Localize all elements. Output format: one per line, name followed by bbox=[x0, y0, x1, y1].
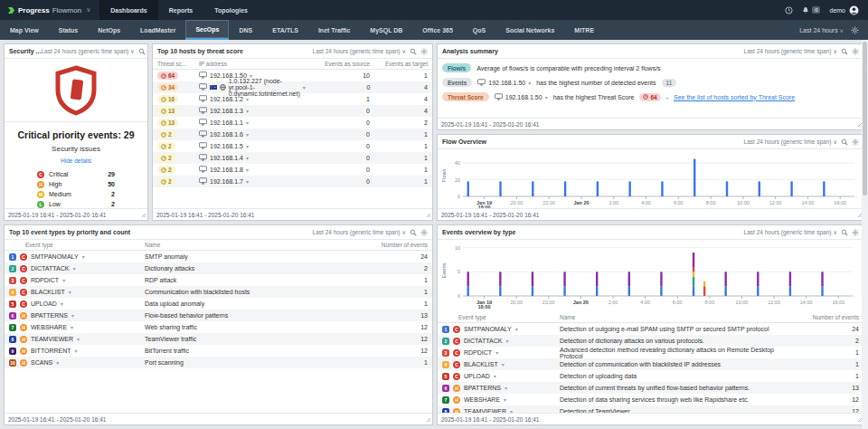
event-type-cell[interactable]: 10HSCANS▾ bbox=[9, 359, 145, 367]
top-menu-item-dashboards[interactable]: Dashboards bbox=[99, 0, 157, 20]
nav-tab-qos[interactable]: QoS bbox=[463, 20, 495, 40]
ip-address-cell[interactable]: 192.168.1.50▾ bbox=[495, 93, 548, 101]
chevron-down-icon[interactable]: ▾ bbox=[545, 94, 548, 100]
event-type-cell[interactable]: 5CUPLOAD▾ bbox=[442, 373, 560, 380]
panel-timespan-selector[interactable]: Last 24 hours (generic time span) ∨ bbox=[41, 48, 134, 55]
clock-icon[interactable] bbox=[785, 6, 793, 14]
chevron-down-icon[interactable]: ▾ bbox=[61, 300, 63, 307]
ip-address-cell[interactable]: 192.168.1.8▾ bbox=[199, 166, 305, 174]
event-type-cell[interactable]: 1CSMTPANOMALY▾ bbox=[442, 326, 560, 333]
chevron-down-icon[interactable]: ▾ bbox=[82, 253, 85, 260]
chevron-down-icon[interactable]: ▾ bbox=[69, 289, 71, 295]
chevron-down-icon[interactable]: ▾ bbox=[246, 155, 249, 161]
brand-chevron-down-icon[interactable]: ∨ bbox=[86, 6, 90, 14]
nav-tab-netops[interactable]: NetOps bbox=[88, 20, 130, 40]
nav-tab-social-networks[interactable]: Social Networks bbox=[495, 20, 564, 40]
chevron-down-icon[interactable]: ▾ bbox=[71, 312, 74, 319]
page-scrollbar[interactable] bbox=[862, 40, 868, 429]
search-icon[interactable] bbox=[841, 138, 848, 146]
panel-timespan-selector[interactable]: Last 24 hours (generic time span) ∨ bbox=[313, 48, 406, 55]
resize-handle[interactable] bbox=[141, 213, 146, 219]
chevron-down-icon[interactable]: ▾ bbox=[494, 373, 496, 379]
chevron-down-icon[interactable]: ▾ bbox=[246, 96, 249, 102]
gear-icon[interactable] bbox=[852, 229, 859, 236]
gear-icon[interactable] bbox=[852, 48, 859, 55]
event-type-cell[interactable]: 5CUPLOAD▾ bbox=[9, 300, 145, 308]
event-type-cell[interactable]: 8HTEAMVIEWER▾ bbox=[9, 336, 145, 343]
chevron-down-icon[interactable]: ▾ bbox=[56, 359, 59, 366]
chevron-down-icon[interactable]: ▾ bbox=[495, 349, 498, 356]
user-menu[interactable]: demo bbox=[829, 5, 859, 15]
gear-icon[interactable] bbox=[420, 229, 428, 236]
flow-overview-chart[interactable]: 02040FlowsJan 1918:0020:0022:00Jan 202:0… bbox=[439, 151, 860, 208]
event-type-cell[interactable]: 4CBLACKLIST▾ bbox=[9, 289, 145, 296]
nav-tab-eta-tls[interactable]: ETA/TLS bbox=[262, 20, 308, 40]
panel-timespan-selector[interactable]: Last 24 hours (generic time span) ∨ bbox=[744, 229, 837, 236]
top-menu-item-topologies[interactable]: Topologies bbox=[203, 0, 259, 20]
gear-icon[interactable] bbox=[420, 48, 428, 55]
chevron-down-icon[interactable]: ▾ bbox=[246, 167, 249, 173]
search-icon[interactable] bbox=[841, 48, 848, 55]
search-icon[interactable] bbox=[410, 48, 417, 55]
ip-address-cell[interactable]: 192.168.1.4▾ bbox=[199, 154, 305, 162]
nav-tab-inet-traffic[interactable]: Inet Traffic bbox=[308, 20, 360, 40]
search-icon[interactable] bbox=[138, 48, 146, 55]
event-type-cell[interactable]: 6HBPATTERNS▾ bbox=[442, 385, 560, 392]
chevron-down-icon[interactable]: ▾ bbox=[505, 385, 507, 391]
scrollbar-thumb[interactable] bbox=[863, 42, 867, 195]
panel-timespan-selector[interactable]: Last 24 hours (generic time span) ∨ bbox=[744, 138, 837, 146]
chevron-down-icon[interactable]: ▾ bbox=[246, 178, 249, 185]
chevron-down-icon[interactable]: ▾ bbox=[72, 265, 75, 272]
chevron-down-icon[interactable]: ▾ bbox=[71, 324, 73, 330]
hide-details-link[interactable]: Hide details bbox=[5, 157, 147, 164]
ip-address-cell[interactable]: 192.168.1.1▾ bbox=[199, 119, 305, 127]
resize-handle[interactable] bbox=[426, 417, 431, 424]
event-type-cell[interactable]: 1CSMTPANOMALY▾ bbox=[9, 253, 145, 261]
chevron-down-icon[interactable]: ▾ bbox=[504, 396, 506, 403]
chevron-down-icon[interactable]: ▾ bbox=[505, 338, 508, 344]
search-icon[interactable] bbox=[410, 229, 417, 236]
panel-timespan-selector[interactable]: Last 24 hours (generic time span) ∨ bbox=[313, 229, 406, 236]
event-type-cell[interactable]: 9HBITTORRENT▾ bbox=[9, 348, 145, 355]
ip-address-cell[interactable]: 192.168.1.7▾ bbox=[199, 177, 305, 186]
event-type-cell[interactable]: 7HWEBSHARE▾ bbox=[9, 324, 145, 331]
ip-address-cell[interactable]: 192.168.1.2▾ bbox=[199, 95, 305, 103]
resize-handle[interactable] bbox=[426, 213, 431, 219]
chevron-down-icon[interactable]: ▾ bbox=[246, 108, 249, 114]
nav-tab-loadmaster[interactable]: LoadMaster bbox=[130, 20, 185, 40]
nav-tab-secops[interactable]: SecOps bbox=[185, 20, 229, 40]
settings-gear-icon[interactable] bbox=[851, 26, 859, 34]
time-range-selector[interactable]: Last 24 hours ∨ bbox=[799, 27, 844, 33]
notifications-button[interactable]: 0 bbox=[802, 6, 820, 14]
chevron-down-icon[interactable]: ▾ bbox=[75, 348, 78, 354]
panel-timespan-selector[interactable]: Last 24 hours (generic time span) ∨ bbox=[744, 48, 837, 55]
chevron-down-icon[interactable]: ▾ bbox=[62, 277, 65, 283]
event-type-cell[interactable]: 6HBPATTERNS▾ bbox=[9, 312, 145, 319]
chevron-down-icon[interactable]: ▾ bbox=[515, 326, 518, 332]
ip-address-cell[interactable]: 192.168.1.3▾ bbox=[199, 107, 305, 115]
event-type-cell[interactable]: 2CDICTATTACK▾ bbox=[9, 265, 145, 272]
chevron-down-icon[interactable]: ▾ bbox=[246, 143, 249, 149]
brand-logo[interactable]: Progress Flowmon ∨ bbox=[0, 6, 99, 14]
nav-tab-status[interactable]: Status bbox=[49, 20, 88, 40]
nav-tab-mitre[interactable]: MITRE bbox=[564, 20, 604, 40]
event-type-cell[interactable]: 2CDICTATTACK▾ bbox=[442, 338, 560, 345]
chevron-down-icon[interactable]: ▾ bbox=[502, 361, 505, 367]
events-overview-chart[interactable]: 0510EventsJan 1918:0020:0022:00Jan 202:0… bbox=[439, 242, 858, 309]
threat-score-list-link[interactable]: See the list of hosts sorted by Threat S… bbox=[674, 94, 795, 100]
event-type-cell[interactable]: 3CRDPDICT▾ bbox=[9, 277, 145, 284]
ip-address-cell[interactable]: 1.0.132.227 (node-yr.pool-1-0.dynamic.to… bbox=[199, 78, 306, 97]
nav-tab-office-365[interactable]: Office 365 bbox=[412, 20, 462, 40]
event-type-cell[interactable]: 4CBLACKLIST▾ bbox=[442, 361, 560, 368]
gear-icon[interactable] bbox=[852, 138, 859, 146]
nav-tab-mysql-db[interactable]: MySQL DB bbox=[360, 20, 412, 40]
chevron-down-icon[interactable]: ▾ bbox=[246, 131, 249, 138]
ip-address-cell[interactable]: 192.168.1.50▾ bbox=[477, 79, 531, 87]
chevron-down-icon[interactable]: ▾ bbox=[528, 80, 531, 86]
ip-address-cell[interactable]: 192.168.1.6▾ bbox=[199, 130, 305, 138]
event-type-cell[interactable]: 7HWEBSHARE▾ bbox=[442, 396, 560, 404]
search-icon[interactable] bbox=[841, 229, 848, 236]
ip-address-cell[interactable]: 192.168.1.5▾ bbox=[199, 142, 305, 150]
top-menu-item-reports[interactable]: Reports bbox=[158, 0, 203, 20]
chevron-down-icon[interactable]: ▾ bbox=[77, 336, 80, 342]
